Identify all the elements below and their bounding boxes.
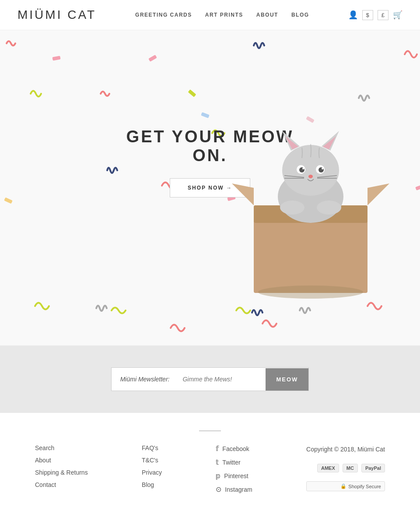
svg-marker-11 — [368, 183, 389, 205]
footer-col-links1: Search About Shipping & Returns Contact — [35, 444, 88, 488]
svg-point-24 — [302, 168, 304, 169]
svg-rect-1 — [201, 112, 210, 118]
footer-divider — [199, 430, 221, 431]
instagram-icon: ⊙ — [216, 485, 221, 493]
header: MIÜMI CAT GREETING CARDS ART PRINTS ABOU… — [0, 0, 420, 30]
cart-icon[interactable]: 🛒 — [393, 10, 402, 20]
logo: MIÜMI CAT — [18, 8, 96, 22]
svg-point-31 — [280, 201, 304, 215]
footer-col-copyright: Copyright © 2018, Miümi Cat AMEX MC PayP… — [306, 444, 385, 491]
facebook-link[interactable]: 𝕗 Facebook — [216, 444, 252, 453]
svg-point-32 — [317, 201, 341, 215]
header-icons: 👤 $ £ 🛒 — [348, 10, 402, 20]
footer-link-privacy[interactable]: Privacy — [142, 469, 162, 476]
newsletter-submit-button[interactable]: MEOW — [266, 368, 308, 391]
nav-about[interactable]: ABOUT — [256, 12, 278, 18]
footer-link-faqs[interactable]: FAQ's — [142, 444, 162, 451]
svg-rect-5 — [188, 89, 196, 97]
nav-greeting-cards[interactable]: GREETING CARDS — [135, 12, 192, 18]
footer-link-search[interactable]: Search — [35, 444, 88, 451]
newsletter-label: Miümi Mewsletter: — [112, 368, 178, 391]
footer-col-links2: FAQ's T&C's Privacy Blog — [142, 444, 162, 488]
payment-icons: AMEX MC PayPal — [306, 464, 385, 472]
pinterest-link[interactable]: 𝕡 Pinterest — [216, 472, 252, 480]
svg-rect-0 — [148, 55, 157, 62]
paypal-icon: PayPal — [361, 464, 385, 472]
copyright-text: Copyright © 2018, Miümi Cat — [306, 444, 385, 454]
footer-col-social: 𝕗 Facebook 𝕥 Twitter 𝕡 Pinterest ⊙ Insta… — [216, 444, 252, 493]
footer-link-about[interactable]: About — [35, 457, 88, 464]
svg-marker-18 — [285, 136, 298, 149]
gbp-button[interactable]: £ — [378, 10, 388, 20]
nav-blog[interactable]: BLOG — [291, 12, 309, 18]
cat-illustration — [228, 118, 394, 306]
svg-rect-6 — [52, 56, 60, 60]
svg-point-25 — [322, 168, 323, 169]
svg-point-26 — [308, 175, 313, 178]
nav-art-prints[interactable]: ART PRINTS — [205, 12, 243, 18]
footer-link-tcs[interactable]: T&C's — [142, 457, 162, 464]
footer-link-contact[interactable]: Contact — [35, 481, 88, 488]
account-icon[interactable]: 👤 — [348, 10, 358, 20]
newsletter-input[interactable] — [178, 368, 266, 391]
svg-marker-19 — [323, 136, 336, 149]
shopify-badge: 🔒 Shopify Secure — [306, 481, 385, 491]
svg-point-13 — [258, 285, 363, 299]
amex-icon: AMEX — [317, 464, 339, 472]
instagram-link[interactable]: ⊙ Instagram — [216, 485, 252, 493]
newsletter-box: Miümi Mewsletter: MEOW — [111, 367, 309, 391]
usd-button[interactable]: $ — [362, 10, 373, 20]
facebook-icon: 𝕗 — [216, 444, 219, 453]
lock-icon: 🔒 — [340, 483, 346, 489]
twitter-link[interactable]: 𝕥 Twitter — [216, 458, 252, 466]
footer-links: Search About Shipping & Returns Contact … — [0, 413, 420, 511]
newsletter-section: Miümi Mewsletter: MEOW — [0, 345, 420, 413]
twitter-icon: 𝕥 — [216, 458, 219, 466]
footer-link-shipping[interactable]: Shipping & Returns — [35, 469, 88, 476]
svg-marker-10 — [232, 183, 254, 205]
hero-section: GET YOUR MEOW ON. SHOP NOW → — [0, 30, 420, 345]
main-nav: GREETING CARDS ART PRINTS ABOUT BLOG — [135, 12, 309, 18]
mastercard-icon: MC — [343, 464, 358, 472]
pinterest-icon: 𝕡 — [216, 472, 220, 480]
footer-link-blog[interactable]: Blog — [142, 481, 162, 488]
footer-columns: Search About Shipping & Returns Contact … — [35, 444, 385, 493]
svg-rect-3 — [4, 197, 13, 204]
footer: Search About Shipping & Returns Contact … — [0, 413, 420, 511]
svg-rect-4 — [415, 184, 420, 190]
